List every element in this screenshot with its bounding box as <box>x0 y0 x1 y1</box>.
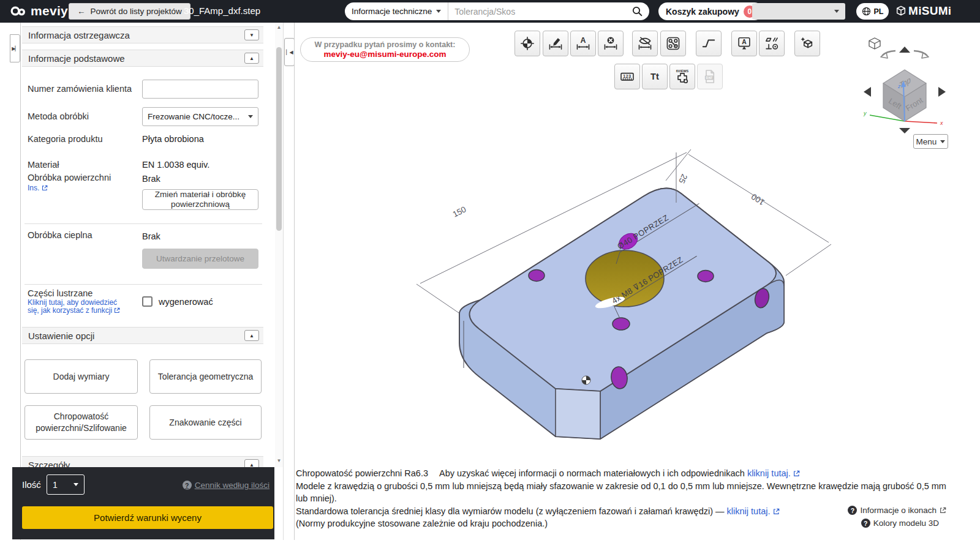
model-colors-link[interactable]: ? Kolory modelu 3D <box>861 519 939 528</box>
surface-roughness-button[interactable] <box>696 31 722 56</box>
six-views-download-button[interactable]: 6VIEWS <box>669 64 695 89</box>
search-button[interactable] <box>630 6 649 17</box>
search-category-select[interactable]: Informacje techniczne <box>345 2 448 20</box>
pricing-by-quantity-link[interactable]: ? Cennik według ilości <box>183 481 270 490</box>
part-marking-button[interactable]: Znakowanie części <box>149 405 262 440</box>
material-label: Materiał <box>28 160 59 170</box>
machining-method-select[interactable]: Frezowanie CNC/tocze... <box>142 107 258 126</box>
dimension-values-button[interactable]: 123 <box>614 64 640 89</box>
section-options[interactable]: Ustawienie opcji ▲ <box>22 327 263 344</box>
dxf-download-button[interactable]: DXF <box>697 64 723 89</box>
hide-dimension-icon <box>637 36 653 51</box>
chevron-down-icon <box>248 115 253 118</box>
production-notes: Chropowatość powierzchni Ra6.3Aby uzyska… <box>296 467 956 530</box>
datum-target-button[interactable] <box>514 31 540 56</box>
add-dimensions-button[interactable]: Dodaj wymiary <box>24 359 138 394</box>
meviy-app: meviy ← Powrót do listy projektów 30_FAm… <box>0 0 980 551</box>
rotate-left-button[interactable] <box>864 87 871 97</box>
delete-dimension-button[interactable] <box>598 31 624 56</box>
materials-info-link[interactable]: kliknij tutaj. <box>747 468 800 478</box>
part-marking-button-toolbar[interactable]: A <box>731 31 757 56</box>
change-material-button[interactable]: Zmień materiał i obróbkę powierzchniową <box>142 189 258 210</box>
language-button[interactable]: PL <box>856 3 889 20</box>
collapse-toggle-button[interactable]: ▼ <box>244 29 259 40</box>
rotate-left-arrow[interactable] <box>881 51 895 58</box>
hide-dimension-button[interactable] <box>632 31 658 56</box>
through-hardening-button[interactable]: Utwardzanie przelotowe <box>142 249 258 269</box>
tolerance-info-link[interactable]: kliknij tutaj. <box>727 506 780 516</box>
back-arrow-icon: ← <box>77 7 86 16</box>
cart-button[interactable]: Koszyk zakupowy 0 <box>658 2 763 20</box>
rotate-right-arrow[interactable] <box>914 51 929 58</box>
geometric-tolerance-button-toolbar[interactable] <box>759 31 785 56</box>
globe-icon <box>862 7 871 16</box>
axis-x-label: x <box>940 120 943 126</box>
search-box: Informacje techniczne <box>345 2 649 20</box>
back-to-projects-button[interactable]: ← Powrót do listy projektów <box>69 3 190 20</box>
product-category-label: Kategoria produktu <box>28 134 103 144</box>
surface-treatment-value: Brak <box>142 174 160 184</box>
external-link-icon <box>940 507 946 514</box>
geometric-tolerance-button[interactable]: Tolerancja geometryczna <box>149 359 262 394</box>
datum-target-marker[interactable] <box>582 376 590 384</box>
scrollbar-thumb[interactable] <box>276 47 282 231</box>
edit-dimension-button[interactable] <box>543 31 568 56</box>
settings-sidebar: Informacja ostrzegawcza ▼ Informacje pod… <box>21 23 275 467</box>
collapsed-left-panel <box>0 23 21 540</box>
file-name: 30_FAmp_dxf.step <box>184 6 260 16</box>
part-model[interactable] <box>459 189 784 439</box>
hole-table-button[interactable] <box>660 31 686 56</box>
text-size-button[interactable]: Tt <box>642 64 668 89</box>
section-basic-info[interactable]: Informacje podstawowe ▲ <box>22 50 263 67</box>
collapse-toggle-button[interactable]: ▲ <box>244 53 259 64</box>
surface-treatment-label: Obróbka powierzchni <box>28 173 111 182</box>
isometric-view-icon[interactable] <box>869 38 880 49</box>
dimension-labels[interactable]: 150 100 25 <box>451 173 766 219</box>
external-link-icon <box>773 508 780 515</box>
section-details[interactable]: Szczegóły ▲ <box>22 456 263 467</box>
svg-text:6VIEWS: 6VIEWS <box>676 69 689 73</box>
meviy-logo[interactable]: meviy <box>9 4 68 18</box>
search-input[interactable] <box>448 7 630 17</box>
svg-text:123: 123 <box>623 74 631 78</box>
chevron-down-icon <box>74 483 78 486</box>
rotate-down-button[interactable] <box>899 128 910 133</box>
quantity-select[interactable]: 1 <box>47 474 85 495</box>
part-marking-icon: A <box>736 36 752 51</box>
panel-divider <box>283 23 284 540</box>
contact-email-link[interactable]: meviy-eu@misumi-europe.com <box>324 50 447 59</box>
section-warning-info[interactable]: Informacja ostrzegawcza ▼ <box>22 26 263 43</box>
mirror-generate-checkbox[interactable] <box>142 296 153 307</box>
text-dimension-icon: A <box>575 36 591 51</box>
viewer-menu-button[interactable]: Menu <box>913 134 948 149</box>
project-select[interactable] <box>752 3 845 20</box>
misumi-cube-icon <box>896 6 906 17</box>
view-cube-widget[interactable]: y x Top Left Front z <box>856 31 953 136</box>
mirror-parts-help-link[interactable]: Kliknij tutaj, aby dowiedzieć się, jak k… <box>28 299 120 315</box>
order-number-input[interactable] <box>142 80 258 99</box>
external-link-icon <box>793 470 800 477</box>
deburring-button[interactable] <box>794 31 820 56</box>
search-icon <box>632 6 643 17</box>
text-size-icon: Tt <box>647 69 663 84</box>
scroll-up-button[interactable]: ▲ <box>275 24 283 30</box>
collapse-toggle-button[interactable]: ▲ <box>244 459 259 467</box>
logo-text: meviy <box>31 4 68 18</box>
collapse-toggle-button[interactable]: ▲ <box>244 330 259 341</box>
rotate-right-button[interactable] <box>938 87 946 97</box>
scroll-down-button[interactable]: ▼ <box>275 458 283 463</box>
confirm-quote-button[interactable]: Potwierdź warunki wyceny <box>22 506 273 529</box>
viewport-3d[interactable]: 150 100 25 Ø40 POPRZEZ 4x M8 ⊽16 POPRZEZ <box>404 144 845 471</box>
dimension-thickness: 25 <box>677 173 689 185</box>
svg-text:Tt: Tt <box>650 72 659 81</box>
dimension-length: 150 <box>451 204 468 219</box>
icons-info-link[interactable]: ? Informacje o ikonach <box>848 506 946 515</box>
text-dimension-button[interactable]: A <box>570 31 596 56</box>
surface-roughness-button[interactable]: Chropowatość powierzchni/Szlifowanie <box>24 405 138 440</box>
ins-link[interactable]: Ins. <box>28 184 48 192</box>
viewer-toolbar-row1: A <box>514 31 820 56</box>
expand-left-panel-handle[interactable]: ▶▏ <box>10 34 20 62</box>
rotate-up-button[interactable] <box>899 47 910 53</box>
material-value: EN 1.0038 equiv. <box>142 160 209 170</box>
collapse-sidebar-handle[interactable]: ▏◀ <box>284 38 295 66</box>
